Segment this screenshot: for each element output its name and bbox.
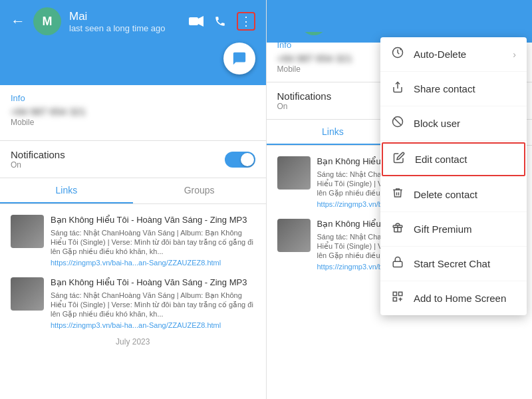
- link-title: Bạn Không Hiểu Tôi - Hoàng Văn Sáng - Zi…: [51, 215, 255, 226]
- links-list: Bạn Không Hiểu Tôi - Hoàng Văn Sáng - Zi…: [0, 204, 266, 399]
- more-button[interactable]: ⋮: [237, 12, 255, 31]
- right-phone: +84 987 654 321: [277, 53, 352, 64]
- gift-premium-icon: [391, 221, 404, 237]
- link-content: Bạn Không Hiểu Tôi - Hoàng Văn Sáng - Zi…: [51, 215, 255, 267]
- dropdown-menu: Auto-Delete › Share contact Block: [380, 37, 527, 315]
- edit-contact-label: Edit contact: [415, 154, 467, 165]
- contact-status: last seen a long time ago: [69, 23, 181, 33]
- auto-delete-icon: [391, 47, 404, 62]
- notifications-info: Notifications On: [11, 149, 65, 170]
- phone-number: +84 987 654 321: [11, 106, 86, 117]
- right-link-thumbnail: [277, 156, 311, 190]
- share-contact-icon: [391, 81, 404, 96]
- phone-row: +84 987 654 321 Mobile: [11, 106, 255, 127]
- message-fab[interactable]: [223, 43, 255, 74]
- list-item[interactable]: Bạn Không Hiểu Tôi - Hoàng Văn Sáng - Zi…: [0, 272, 266, 334]
- link-desc: Sáng tác: Nhật ChanHoàng Văn Sáng | Albu…: [51, 228, 255, 257]
- delete-contact-label: Delete contact: [414, 189, 477, 200]
- link-url[interactable]: https://zingmp3.vn/bai-ha...an-Sang/ZZAU…: [51, 259, 255, 267]
- left-header: ← M Mai last seen a long time ago ⋮: [0, 0, 266, 43]
- delete-contact-icon: [391, 187, 404, 202]
- link-thumbnail: [11, 277, 44, 311]
- link-content: Bạn Không Hiểu Tôi - Hoàng Văn Sáng - Zi…: [51, 277, 255, 329]
- right-notif-label: Notifications: [277, 90, 332, 102]
- svg-marker-1: [198, 16, 203, 27]
- profile-section: [0, 43, 266, 85]
- gift-premium-label: Gift Premium: [414, 223, 472, 235]
- auto-delete-label: Auto-Delete: [414, 49, 466, 60]
- media-tabs: Links Groups: [0, 178, 266, 204]
- svg-rect-9: [393, 292, 396, 295]
- menu-item-edit-contact[interactable]: Edit contact: [382, 142, 525, 176]
- video-call-button[interactable]: [189, 16, 203, 27]
- list-item[interactable]: Bạn Không Hiểu Tôi - Hoàng Văn Sáng - Zi…: [0, 209, 266, 272]
- add-home-screen-label: Add to Home Screen: [414, 293, 506, 304]
- edit-contact-icon: [392, 152, 406, 167]
- start-secret-chat-icon: [391, 256, 404, 271]
- header-actions: ⋮: [189, 12, 255, 31]
- svg-rect-10: [399, 292, 402, 295]
- info-section: Info +84 987 654 321 Mobile: [0, 85, 266, 141]
- menu-item-delete-contact[interactable]: Delete contact: [380, 178, 527, 212]
- notifications-label: Notifications: [11, 149, 65, 160]
- tab-links[interactable]: Links: [0, 178, 133, 203]
- right-notif-sub: On: [277, 102, 332, 111]
- block-user-label: Block user: [414, 118, 460, 129]
- svg-rect-0: [189, 17, 198, 25]
- link-url[interactable]: https://zingmp3.vn/bai-ha...an-Sang/ZZAU…: [51, 321, 255, 329]
- share-contact-label: Share contact: [414, 83, 475, 94]
- menu-item-block-user[interactable]: Block user: [380, 106, 527, 141]
- menu-item-add-home-screen[interactable]: Add to Home Screen: [380, 281, 527, 315]
- menu-item-gift-premium[interactable]: Gift Premium: [380, 212, 527, 247]
- link-title: Bạn Không Hiểu Tôi - Hoàng Văn Sáng - Zi…: [51, 277, 255, 289]
- svg-line-5: [394, 118, 402, 126]
- contact-name: Mai: [69, 10, 181, 23]
- right-tab-links[interactable]: Links: [267, 120, 400, 145]
- right-link-thumbnail: [277, 219, 311, 252]
- start-secret-chat-label: Start Secret Chat: [414, 258, 490, 269]
- link-thumbnail: [11, 215, 44, 248]
- date-label: July 2023: [0, 334, 266, 349]
- svg-rect-11: [393, 298, 396, 301]
- auto-delete-arrow: ›: [513, 49, 516, 60]
- menu-item-share-contact[interactable]: Share contact: [380, 72, 527, 106]
- svg-rect-8: [393, 261, 402, 267]
- right-panel: ← M Mai last seen a lo Info +84 987 654 …: [267, 0, 533, 399]
- notifications-status: On: [11, 160, 65, 170]
- menu-item-start-secret-chat[interactable]: Start Secret Chat: [380, 247, 527, 281]
- link-desc: Sáng tác: Nhật ChanHoàng Văn Sáng | Albu…: [51, 291, 255, 319]
- menu-item-auto-delete[interactable]: Auto-Delete ›: [380, 37, 527, 72]
- tab-groups[interactable]: Groups: [133, 178, 266, 203]
- avatar: M: [33, 7, 61, 35]
- phone-type: Mobile: [11, 118, 255, 127]
- voice-call-button[interactable]: [214, 15, 226, 27]
- notifications-section: Notifications On: [0, 141, 266, 178]
- block-user-icon: [391, 116, 404, 131]
- info-label: Info: [11, 93, 255, 103]
- notifications-toggle[interactable]: [225, 152, 255, 168]
- left-panel: ← M Mai last seen a long time ago ⋮: [0, 0, 266, 399]
- header-info: Mai last seen a long time ago: [69, 10, 181, 33]
- add-home-screen-icon: [391, 291, 404, 306]
- back-button[interactable]: ←: [11, 13, 25, 30]
